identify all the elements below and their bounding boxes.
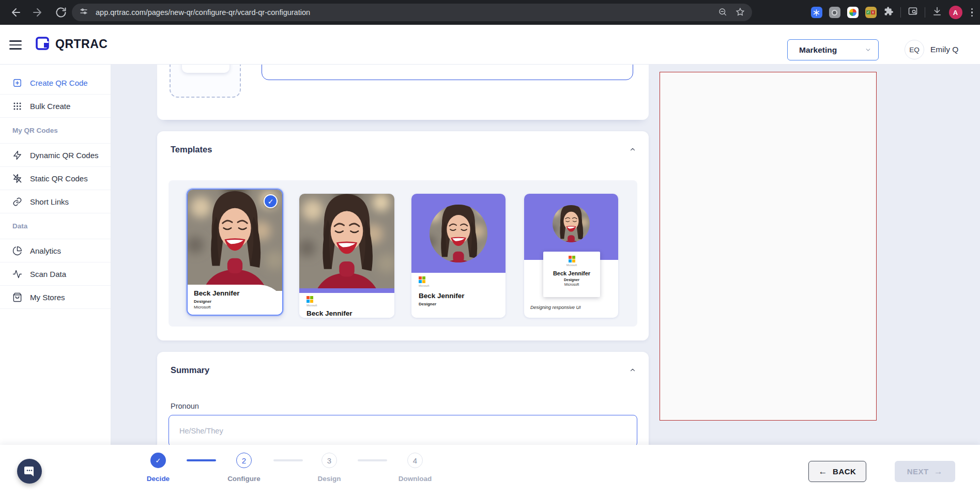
- scrolled-card-partial: [157, 65, 649, 120]
- step-3-design[interactable]: 3: [321, 453, 337, 468]
- microsoft-logo-icon: [569, 256, 575, 262]
- step-label-design: Design: [298, 475, 360, 483]
- template-1-info: Beck Jennifer Designer Microsoft: [188, 285, 282, 315]
- summary-collapse-icon[interactable]: [629, 366, 637, 375]
- logo-caption: Microsoft: [307, 304, 394, 307]
- accent-strip: [299, 288, 394, 293]
- extension-blue-icon[interactable]: [811, 7, 822, 18]
- template-4-info-card: Microsoft Beck Jennifer Designer Microso…: [543, 252, 600, 297]
- templates-card: Templates Beck Jennifer Designer Microso…: [157, 131, 649, 340]
- link-icon: [12, 197, 22, 207]
- extension-sheets-icon[interactable]: ✓x: [865, 7, 877, 18]
- sidebar-item-label: Analytics: [30, 246, 61, 255]
- chat-bubble-icon: [23, 465, 36, 477]
- summary-card: Summary Pronoun: [157, 352, 649, 445]
- sidebar-item-label: Create QR Code: [30, 79, 88, 87]
- template-card-4[interactable]: Microsoft Beck Jennifer Designer Microso…: [524, 194, 618, 318]
- template-role: Designer: [564, 278, 579, 282]
- sidebar-item-label: Short Links: [30, 197, 69, 206]
- main-content: Templates Beck Jennifer Designer Microso…: [112, 65, 980, 445]
- template-name: Beck Jennifer: [553, 270, 590, 276]
- back-arrow-icon: ←: [819, 467, 828, 477]
- extension-photos-icon[interactable]: [847, 7, 859, 18]
- browser-menu-icon[interactable]: [969, 8, 975, 17]
- text-field-partial[interactable]: [262, 65, 633, 80]
- template-card-3[interactable]: Microsoft Beck Jennifer Designer: [411, 194, 506, 318]
- step-connector: [273, 459, 303, 461]
- hamburger-menu-icon[interactable]: [9, 40, 22, 50]
- upload-thumbnail: [182, 65, 229, 73]
- portrait-photo: [299, 194, 394, 288]
- pronoun-label: Pronoun: [171, 402, 199, 410]
- zoom-out-icon[interactable]: [718, 7, 728, 18]
- templates-collapse-icon[interactable]: [629, 146, 637, 154]
- browser-forward-icon[interactable]: [31, 6, 43, 19]
- sidebar-item-short-links[interactable]: Short Links: [0, 190, 111, 213]
- template-name: Beck Jennifer: [307, 309, 394, 317]
- sidebar-item-dynamic-qr-codes[interactable]: Dynamic QR Codes: [0, 144, 111, 167]
- site-settings-icon[interactable]: [79, 7, 88, 18]
- template-name: Beck Jennifer: [194, 289, 282, 297]
- template-card-1-selected[interactable]: Beck Jennifer Designer Microsoft ✓: [187, 189, 283, 316]
- browser-profile-avatar[interactable]: A: [949, 6, 962, 19]
- step-label-decide: Decide: [127, 475, 189, 483]
- browser-chrome: app.qrtrac.com/pages/new-qr/configure-qr…: [0, 0, 980, 25]
- sidebar-item-my-stores[interactable]: My Stores: [0, 286, 111, 309]
- browser-reload-icon[interactable]: [55, 6, 67, 19]
- back-button[interactable]: ← BACK: [808, 461, 866, 482]
- activity-icon: [12, 269, 22, 279]
- sidebar-item-analytics[interactable]: Analytics: [0, 239, 111, 262]
- chat-widget-button[interactable]: [17, 459, 42, 484]
- step-4-download[interactable]: 4: [407, 453, 423, 468]
- template-3-info: Microsoft Beck Jennifer Designer: [411, 273, 506, 318]
- browser-back-icon[interactable]: [10, 6, 22, 19]
- preview-panel: [660, 72, 877, 421]
- sidebar-item-create-qr-code[interactable]: Create QR Code: [0, 71, 111, 95]
- lightning-off-icon: [12, 174, 22, 183]
- template-2-info: Microsoft Beck Jennifer: [299, 293, 394, 318]
- template-role: Designer: [194, 299, 282, 304]
- template-company: Microsoft: [194, 305, 282, 309]
- create-qr-icon: [12, 78, 22, 88]
- sidebar-item-label: Static QR Codes: [30, 174, 88, 183]
- pie-chart-icon: [12, 246, 22, 256]
- user-name[interactable]: Emily Q: [930, 45, 958, 54]
- brand-logo[interactable]: QRTRAC: [35, 36, 108, 52]
- logo-caption: Microsoft: [566, 264, 577, 267]
- sidebar-section-data: Data: [0, 213, 111, 239]
- sidebar-item-bulk-create[interactable]: Bulk Create: [0, 95, 111, 118]
- lightning-icon: [12, 150, 22, 160]
- sidebar: Create QR Code Bulk Create My QR Codes D…: [0, 65, 111, 445]
- extensions-puzzle-icon[interactable]: [883, 6, 894, 19]
- microsoft-logo-icon: [307, 296, 394, 303]
- user-avatar[interactable]: EQ: [905, 40, 924, 59]
- sidebar-item-static-qr-codes[interactable]: Static QR Codes: [0, 167, 111, 190]
- extension-camera-icon[interactable]: [829, 7, 840, 18]
- bookmark-star-icon[interactable]: [736, 7, 746, 18]
- step-label-download: Download: [384, 475, 446, 483]
- template-role: Designer: [419, 302, 506, 306]
- workspace-select[interactable]: Marketing: [787, 39, 879, 60]
- sidebar-item-label: My Stores: [30, 293, 65, 302]
- app-header: QRTRAC Marketing EQ Emily Q: [0, 25, 980, 65]
- shopping-bag-icon: [12, 292, 22, 302]
- step-connector: [358, 459, 387, 461]
- step-label-configure: Configure: [213, 475, 275, 483]
- templates-panel: Beck Jennifer Designer Microsoft ✓ Micro…: [169, 180, 637, 327]
- portrait-photo-circle: [553, 205, 590, 242]
- reading-mode-icon[interactable]: [908, 6, 918, 19]
- template-card-2[interactable]: Microsoft Beck Jennifer: [299, 194, 394, 318]
- step-2-configure[interactable]: 2: [236, 453, 252, 468]
- pronoun-input[interactable]: [169, 415, 637, 445]
- templates-title: Templates: [171, 145, 212, 154]
- image-upload-dropzone[interactable]: [170, 65, 241, 98]
- sidebar-item-label: Dynamic QR Codes: [30, 151, 99, 160]
- next-button[interactable]: NEXT →: [895, 461, 955, 482]
- template-company: Microsoft: [564, 283, 579, 286]
- address-bar[interactable]: app.qrtrac.com/pages/new-qr/configure-qr…: [72, 4, 752, 21]
- downloads-icon[interactable]: [932, 6, 942, 19]
- sidebar-item-scan-data[interactable]: Scan Data: [0, 262, 111, 286]
- sidebar-item-label: Bulk Create: [30, 102, 70, 111]
- step-1-decide[interactable]: ✓: [150, 453, 166, 468]
- next-arrow-icon: →: [934, 467, 943, 477]
